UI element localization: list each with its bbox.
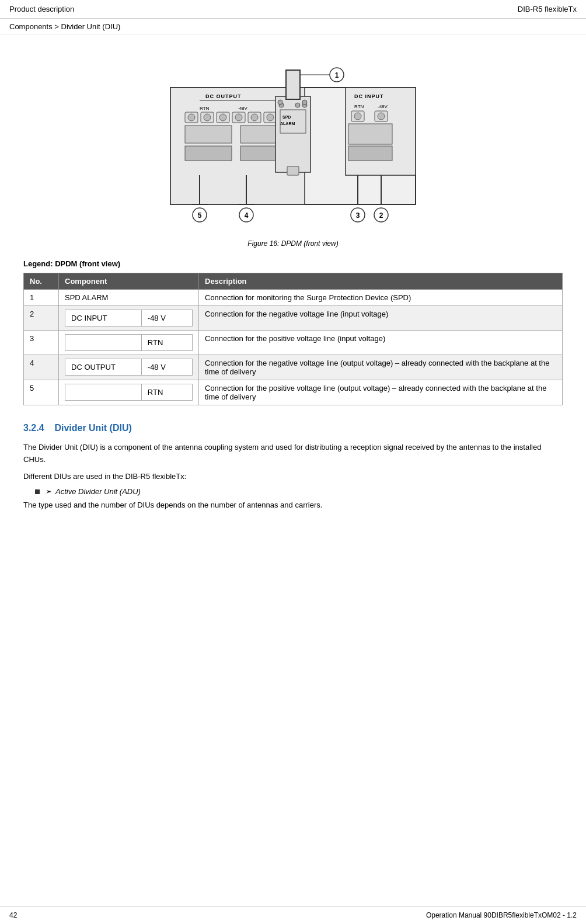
svg-point-16	[251, 114, 258, 121]
page-footer: 42 Operation Manual 90DIBR5flexibleTxOM0…	[0, 906, 586, 924]
svg-text:3: 3	[356, 211, 360, 220]
table-row: 3RTNConnection for the positive voltage …	[24, 331, 563, 355]
breadcrumb: Components > Divider Unit (DIU)	[0, 19, 586, 35]
section-title: Divider Unit (DIU)	[54, 423, 131, 433]
svg-rect-26	[275, 96, 311, 172]
svg-text:-48V: -48V	[378, 104, 388, 109]
cell-no: 5	[24, 380, 59, 405]
footer-doc-info: Operation Manual 90DIBR5flexibleTxOM02 -…	[426, 911, 577, 919]
section-para-2: Different DIUs are used in the DIB-R5 fl…	[23, 471, 563, 483]
col-component: Component	[59, 273, 199, 290]
svg-text:ALARM: ALARM	[280, 121, 295, 126]
cell-component: RTN	[59, 331, 199, 355]
cell-description: Connection for the positive voltage line…	[199, 380, 563, 405]
table-row: 4DC OUTPUT-48 VConnection for the negati…	[24, 355, 563, 380]
svg-rect-19	[240, 126, 278, 143]
cell-description: Connection for the positive voltage line…	[199, 331, 563, 355]
col-description: Description	[199, 273, 563, 290]
svg-point-14	[219, 114, 226, 121]
svg-point-15	[235, 114, 242, 121]
main-content: DC OUTPUT RTN -48V	[0, 35, 586, 528]
svg-text:1: 1	[335, 71, 339, 79]
svg-rect-47	[348, 124, 392, 144]
svg-point-45	[354, 113, 361, 120]
cell-no: 3	[24, 331, 59, 355]
svg-rect-48	[348, 146, 392, 161]
svg-rect-35	[286, 70, 300, 99]
cell-component: SPD ALARM	[59, 290, 199, 306]
svg-point-13	[204, 114, 211, 121]
figure-container: DC OUTPUT RTN -48V	[23, 58, 563, 248]
section-id: 3.2.4	[23, 423, 44, 433]
table-row: 5RTNConnection for the positive voltage …	[24, 380, 563, 405]
cell-component: RTN	[59, 380, 199, 405]
cell-component: DC OUTPUT-48 V	[59, 355, 199, 380]
svg-point-34	[302, 100, 307, 105]
section-para-1: The Divider Unit (DIU) is a component of…	[23, 442, 563, 466]
table-row: 1SPD ALARMConnection for monitoring the …	[24, 290, 563, 306]
cell-description: Connection for monitoring the Surge Prot…	[199, 290, 563, 306]
svg-text:5: 5	[198, 211, 202, 220]
bullet-icon-arrow: ➣	[46, 487, 52, 496]
section-heading: 3.2.4 Divider Unit (DIU)	[23, 423, 563, 433]
figure-caption: Figure 16: DPDM (front view)	[247, 239, 338, 248]
section-para-final: The type used and the number of DIUs dep…	[23, 499, 563, 512]
svg-text:RTN: RTN	[354, 104, 364, 109]
footer-page-number: 42	[9, 911, 17, 919]
cell-no: 2	[24, 306, 59, 331]
bullet-text: Active Divider Unit (ADU)	[55, 487, 141, 496]
svg-text:DC INPUT: DC INPUT	[354, 93, 384, 99]
legend-table: No. Component Description 1SPD ALARMConn…	[23, 273, 563, 405]
svg-rect-53	[287, 166, 299, 175]
svg-text:RTN: RTN	[200, 106, 210, 111]
legend-title: Legend: DPDM (front view)	[23, 259, 563, 268]
svg-text:SPD: SPD	[282, 115, 291, 119]
page-header: Product description DIB-R5 flexibleTx	[0, 0, 586, 19]
svg-rect-20	[185, 146, 232, 161]
cell-description: Connection for the negative voltage line…	[199, 355, 563, 380]
svg-point-17	[267, 114, 274, 121]
svg-rect-21	[240, 146, 278, 161]
svg-point-46	[378, 113, 385, 120]
cell-description: Connection for the negative voltage line…	[199, 306, 563, 331]
bullet-item-adu: ➣ Active Divider Unit (ADU)	[35, 487, 563, 496]
header-right: DIB-R5 flexibleTx	[518, 5, 577, 13]
cell-no: 4	[24, 355, 59, 380]
svg-text:4: 4	[245, 211, 249, 220]
svg-text:2: 2	[379, 211, 383, 220]
table-row: 2DC INPUT-48 VConnection for the negativ…	[24, 306, 563, 331]
svg-point-33	[278, 100, 282, 105]
svg-point-28	[295, 103, 300, 107]
cell-no: 1	[24, 290, 59, 306]
col-no: No.	[24, 273, 59, 290]
cell-component: DC INPUT-48 V	[59, 306, 199, 331]
section-body: The Divider Unit (DIU) is a component of…	[23, 442, 563, 512]
svg-point-12	[188, 114, 195, 121]
header-left: Product description	[9, 5, 74, 13]
svg-text:DC OUTPUT: DC OUTPUT	[205, 93, 242, 99]
svg-text:-48V: -48V	[238, 106, 248, 111]
svg-rect-18	[185, 126, 232, 143]
dpdm-diagram: DC OUTPUT RTN -48V	[153, 58, 433, 234]
bullet-icon	[35, 489, 40, 494]
